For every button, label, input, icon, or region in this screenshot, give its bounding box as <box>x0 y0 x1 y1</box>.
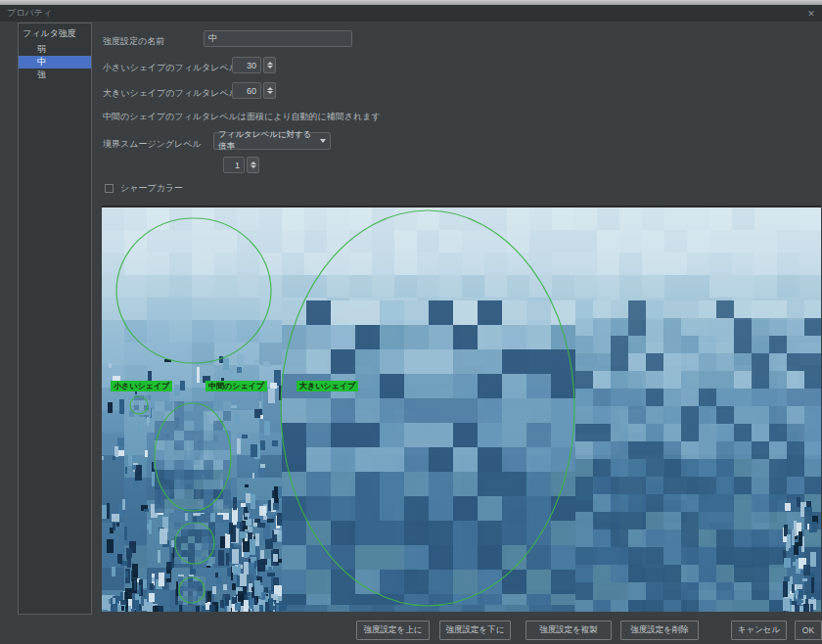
sidebar-item-strong[interactable]: 強 <box>19 69 91 81</box>
dialog-titlebar: プロパティ ✕ <box>0 5 822 22</box>
interpolation-note: 中間のシェイプのフィルタレベルは面積により自動的に補間されます <box>103 111 381 123</box>
medium-shape-outline <box>155 403 231 511</box>
ok-button[interactable]: OK <box>795 621 822 640</box>
intensity-list: フィルタ強度 弱 中 強 <box>18 23 92 615</box>
large-shape-outline <box>281 210 574 606</box>
close-icon[interactable]: ✕ <box>800 9 822 19</box>
spinner-down-icon[interactable] <box>251 165 256 168</box>
preview-image[interactable]: 小さいシェイプ 中間のシェイプ 大きいシェイプ <box>102 206 821 612</box>
smoothing-value-spinner: 1 <box>223 157 259 173</box>
small-shape-level-label: 小さいシェイプのフィルタレベル <box>103 62 238 74</box>
shape-tag-medium: 中間のシェイプ <box>206 381 267 391</box>
smoothing-mode-selected: フィルタレベルに対する倍率 <box>218 129 316 153</box>
stepper-icon[interactable] <box>263 57 276 73</box>
dialog-title: プロパティ <box>0 7 800 20</box>
setting-name-label: 強度設定の名前 <box>103 35 164 48</box>
smoothing-value[interactable]: 1 <box>223 157 245 173</box>
shape-tag-small: 小さいシェイプ <box>111 381 172 391</box>
intensity-list-header: フィルタ強度 <box>19 23 91 43</box>
setting-name-input[interactable]: 中 <box>204 30 352 47</box>
spinner-up-icon[interactable] <box>267 87 273 90</box>
stepper-icon[interactable] <box>263 82 276 99</box>
duplicate-setting-button[interactable]: 強度設定を複製 <box>525 621 612 640</box>
shape-tag-large: 大きいシェイプ <box>297 381 358 391</box>
large-shape-level-value[interactable]: 60 <box>232 82 261 99</box>
small-shape-outline <box>175 523 214 564</box>
smoothing-mode-select[interactable]: フィルタレベルに対する倍率 <box>213 132 331 150</box>
tiny-shape-outline <box>130 396 148 414</box>
tiny-shape-outline <box>179 577 205 603</box>
chevron-down-icon <box>320 139 326 143</box>
large-shape-level-label: 大きいシェイプのフィルタレベル <box>103 87 238 100</box>
spinner-up-icon[interactable] <box>267 62 273 65</box>
small-shape-outline <box>116 218 271 363</box>
sidebar-item-weak[interactable]: 弱 <box>19 43 91 56</box>
cancel-button[interactable]: キャンセル <box>731 621 787 640</box>
move-setting-up-button[interactable]: 強度設定を上に <box>356 621 430 640</box>
spinner-down-icon[interactable] <box>267 91 273 94</box>
small-shape-level-spinner: 30 <box>232 57 276 73</box>
stepper-icon[interactable] <box>247 157 259 173</box>
sharp-color-label: シャープカラー <box>120 182 183 195</box>
small-shape-level-value[interactable]: 30 <box>232 57 261 73</box>
shape-outlines-overlay <box>102 207 821 612</box>
sharp-color-checkbox[interactable] <box>105 184 114 193</box>
move-setting-down-button[interactable]: 強度設定を下に <box>439 621 511 640</box>
large-shape-level-spinner: 60 <box>232 82 276 99</box>
spinner-up-icon[interactable] <box>251 161 256 164</box>
smoothing-level-label: 境界スムージングレベル <box>103 138 202 151</box>
spinner-down-icon[interactable] <box>267 66 273 69</box>
delete-setting-button[interactable]: 強度設定を削除 <box>620 621 699 640</box>
sharp-color-row: シャープカラー <box>105 182 183 195</box>
sidebar-item-medium[interactable]: 中 <box>19 56 91 69</box>
